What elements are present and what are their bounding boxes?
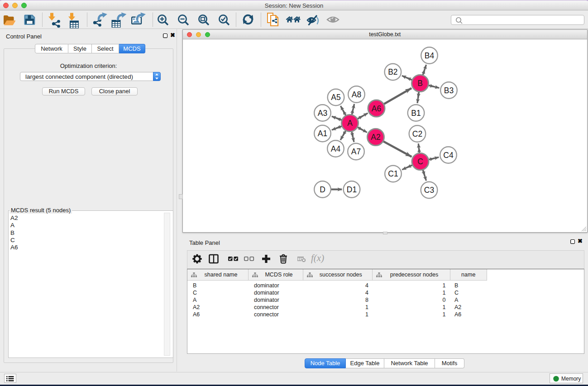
- svg-text:D1: D1: [346, 185, 356, 194]
- svg-text:A2: A2: [371, 133, 380, 142]
- svg-text:A: A: [347, 119, 353, 128]
- svg-text:B: B: [417, 79, 423, 88]
- svg-text:C2: C2: [412, 129, 422, 138]
- svg-text:A8: A8: [351, 90, 361, 99]
- svg-text:C4: C4: [443, 151, 454, 160]
- svg-text:A6: A6: [371, 104, 381, 113]
- svg-text:A3: A3: [317, 109, 327, 118]
- svg-text:A5: A5: [331, 93, 340, 102]
- svg-text:B4: B4: [424, 51, 434, 60]
- svg-text:B2: B2: [388, 67, 397, 76]
- svg-text:D: D: [320, 185, 325, 194]
- svg-text:C3: C3: [424, 186, 434, 195]
- svg-text:A4: A4: [330, 144, 340, 153]
- svg-text:A7: A7: [351, 147, 360, 156]
- svg-text:C: C: [417, 157, 423, 166]
- svg-text:B1: B1: [411, 109, 421, 118]
- svg-text:C1: C1: [388, 169, 398, 178]
- svg-text:Memory: Memory: [561, 376, 581, 382]
- svg-text:A1: A1: [317, 129, 327, 138]
- svg-text:B3: B3: [444, 86, 453, 95]
